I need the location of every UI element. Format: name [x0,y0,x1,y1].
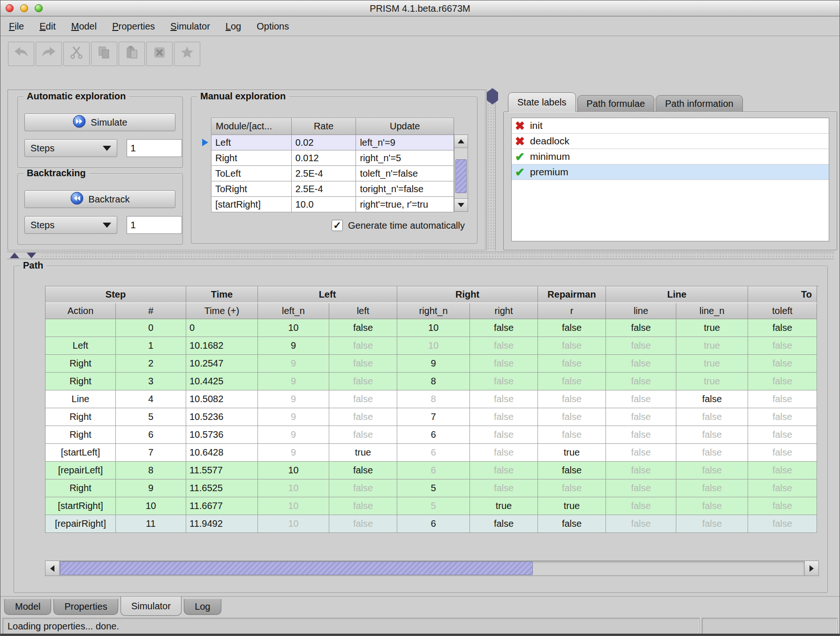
path-row-2[interactable]: Right210.25479false9falsefalsefalsetruef… [45,355,819,373]
path-row-6[interactable]: Right610.57369false6falsefalsefalsefalse… [45,426,819,444]
backtrack-steps-dropdown[interactable]: Steps [24,216,117,234]
simulate-button[interactable]: Simulate [24,113,175,131]
manual-col-update[interactable]: Update [356,118,454,135]
path-col-left-n[interactable]: left_n [258,303,329,319]
copy-icon [98,46,110,62]
scroll-left-button[interactable] [45,561,60,576]
path-cell: 2 [116,355,186,373]
menu-file[interactable]: File [9,21,24,32]
manual-col-module-act[interactable]: Module/[act... [212,118,292,135]
manual-exploration-group: Manual exploration Module/[act...RateUpd… [191,97,477,244]
path-cell: 6 [397,426,470,444]
path-cell: false [748,515,817,533]
path-row-3[interactable]: Right310.44259false8falsefalsefalsetruef… [45,373,819,390]
collapse-up-icon[interactable] [10,253,19,258]
state-label-minimum[interactable]: ✔minimum [512,149,829,165]
collapse-right-icon[interactable] [492,88,498,105]
collapse-left-icon[interactable] [487,88,492,105]
path-row-7[interactable]: [startLeft]710.64289true6falsetruefalsef… [45,444,819,462]
backtrack-steps-input[interactable]: 1 [127,216,182,234]
scrollbar-track[interactable] [60,561,804,576]
tab-state-labels[interactable]: State labels [508,92,576,112]
path-cell: 11.9492 [186,515,258,533]
copy-button[interactable] [91,42,117,66]
star-button[interactable] [174,42,200,66]
path-cell: 7 [397,408,470,426]
minimize-icon[interactable] [20,4,28,12]
menu-log[interactable]: Log [226,21,241,32]
redo-button[interactable] [36,42,62,66]
path-col-toleft[interactable]: toleft [748,303,817,319]
tab-path-formulae[interactable]: Path formulae [577,95,655,112]
menu-edit[interactable]: Edit [39,21,55,32]
vertical-splitter[interactable] [486,90,496,250]
triangle-down-icon [458,203,464,207]
state-label-deadlock[interactable]: ✖deadlock [512,134,829,149]
generate-time-checkbox[interactable]: ✓ [332,220,343,231]
path-cell: false [748,337,817,355]
manual-row-startright[interactable]: [startRight]10.0right'=true, r'=tru [212,197,454,212]
manual-row-left[interactable]: Left0.02left_n'=9 [212,135,454,150]
path-cell: false [606,319,676,337]
path-col-right[interactable]: right [470,303,538,319]
state-label-premium[interactable]: ✔premium [512,165,829,180]
undo-icon [13,46,29,62]
cut-button[interactable] [63,42,90,66]
path-group-step: Step [45,286,186,303]
close-icon[interactable] [6,4,14,12]
manual-col-rate[interactable]: Rate [292,118,356,135]
path-row-8[interactable]: [repairLeft]811.557710false6falsefalsefa… [45,462,819,479]
paste-button[interactable] [119,42,145,66]
view-tab-log[interactable]: Log [184,599,221,615]
menu-options[interactable]: Options [257,21,289,32]
tab-path-information[interactable]: Path information [656,95,743,112]
path-cell: false [470,515,538,533]
zoom-icon[interactable] [35,4,43,12]
path-col-time[interactable]: Time (+) [186,303,258,319]
scroll-right-button[interactable] [804,561,818,576]
path-cell [45,319,116,337]
view-tab-simulator[interactable]: Simulator [121,597,182,616]
path-col-line[interactable]: line [606,303,676,319]
path-horizontal-scrollbar[interactable] [45,561,819,576]
view-tab-model[interactable]: Model [4,599,51,615]
backtrack-button-label: Backtrack [89,194,130,205]
scroll-down-button[interactable] [454,198,468,211]
path-row-10[interactable]: [startRight]1011.667710false5truetruefal… [45,497,819,515]
manual-table-scrollbar[interactable] [454,135,468,212]
collapse-down-icon[interactable] [27,253,36,258]
path-col-blank[interactable]: # [116,303,186,319]
path-row-4[interactable]: Line410.50829false8falsefalsefalsefalsef… [45,390,819,408]
path-group-time: Time [186,286,258,303]
simulate-steps-input[interactable]: 1 [127,139,182,157]
path-col-line-n[interactable]: line_n [676,303,748,319]
manual-cell: [startRight] [212,197,292,212]
path-subheader-row: Action#Time (+)left_nleftright_nrightrli… [45,303,819,319]
state-label-init[interactable]: ✖init [512,118,829,134]
path-row-0[interactable]: 0010false10falsefalsefalsetruefalse [45,319,819,337]
path-col-left[interactable]: left [329,303,397,319]
manual-row-toleft[interactable]: ToLeft2.5E-4toleft_n'=false [212,166,454,181]
path-row-1[interactable]: Left110.16829false10falsefalsefalsetruef… [45,337,819,355]
path-row-9[interactable]: Right911.652510false5falsefalsefalsefals… [45,479,819,497]
path-col-right-n[interactable]: right_n [397,303,470,319]
path-group-repairman: Repairman [538,286,606,303]
scrollbar-thumb[interactable] [455,159,467,193]
manual-row-toright[interactable]: ToRight2.5E-4toright_n'=false [212,181,454,197]
horizontal-splitter[interactable] [7,252,834,259]
simulate-steps-dropdown[interactable]: Steps [24,139,117,157]
manual-row-right[interactable]: Right0.012right_n'=5 [212,150,454,166]
backtrack-button[interactable]: Backtrack [24,190,175,208]
delete-button[interactable] [146,42,173,66]
menu-model[interactable]: Model [71,21,97,32]
menu-simulator[interactable]: Simulator [170,21,210,32]
menu-properties[interactable]: Properties [112,21,155,32]
path-col-action[interactable]: Action [45,303,116,319]
scrollbar-thumb[interactable] [60,561,533,575]
undo-button[interactable] [8,42,34,66]
path-col-r[interactable]: r [538,303,606,319]
path-row-11[interactable]: [repairRight]1111.949210false6falsefalse… [45,515,819,533]
view-tab-properties[interactable]: Properties [53,599,118,615]
path-row-5[interactable]: Right510.52369false7falsefalsefalsefalse… [45,408,819,426]
scroll-up-button[interactable] [454,135,468,148]
